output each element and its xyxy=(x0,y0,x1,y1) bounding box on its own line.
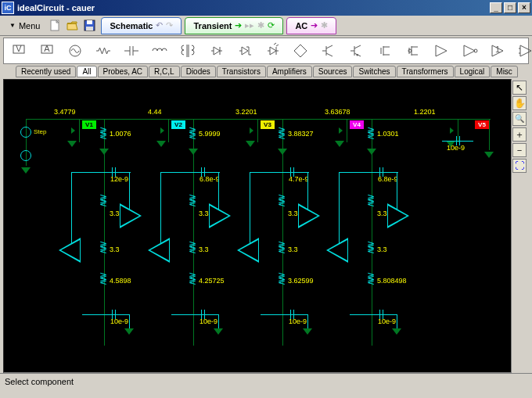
cat-transformers[interactable]: Transformers xyxy=(397,66,454,77)
cat-amplifiers[interactable]: Amplifiers xyxy=(267,66,312,77)
value: 4.44 xyxy=(148,108,162,116)
transformer-icon[interactable] xyxy=(179,42,196,59)
zener-icon[interactable] xyxy=(235,42,253,59)
probe-v1[interactable]: V1 xyxy=(82,120,96,129)
cat-sources[interactable]: Sources xyxy=(313,66,353,77)
stop-icon[interactable]: ✱ xyxy=(257,20,264,30)
comparator-icon[interactable] xyxy=(461,42,478,59)
schematic-canvas[interactable]: Step 3.4779 4.44 3.2201 3.63678 1.2201 V… xyxy=(3,79,512,373)
probe-v5[interactable]: V5 xyxy=(475,120,489,129)
nmos-icon[interactable] xyxy=(376,42,394,59)
resistor[interactable]: ≷≷ xyxy=(367,128,373,138)
pnp-icon[interactable] xyxy=(348,42,365,59)
value: 3.2201 xyxy=(235,108,257,116)
resistor[interactable]: ≷≷ xyxy=(367,195,373,205)
stop-icon[interactable]: ✱ xyxy=(321,20,328,30)
zoom-fit-icon[interactable]: ⛶ xyxy=(512,159,527,173)
tab-ac[interactable]: AC ➔ ✱ xyxy=(286,17,336,34)
value: 3.4779 xyxy=(54,108,76,116)
bridge-icon[interactable] xyxy=(292,42,309,59)
canvas-area: Step 3.4779 4.44 3.2201 3.63678 1.2201 V… xyxy=(3,79,529,373)
zoom-plus-icon[interactable]: ＋ xyxy=(512,127,527,142)
ground-icon xyxy=(367,149,376,155)
cat-transistors[interactable]: Transistors xyxy=(217,66,266,77)
diode-icon[interactable] xyxy=(207,42,225,59)
cat-logical[interactable]: Logical xyxy=(455,66,491,77)
wire xyxy=(82,314,129,315)
resistor[interactable]: ≷≷ xyxy=(99,195,106,205)
resistor[interactable]: ≷≷ xyxy=(99,242,106,252)
resistor[interactable]: ≷≷ xyxy=(278,195,284,205)
opamp-fill xyxy=(239,240,258,260)
menu-label: Menu xyxy=(19,21,41,30)
resistor[interactable]: ≷≷ xyxy=(189,242,195,252)
resistor[interactable]: ≷≷ xyxy=(99,274,106,283)
cat-diodes[interactable]: Diodes xyxy=(181,66,216,77)
maximize-button[interactable]: □ xyxy=(504,2,516,13)
step-source[interactable] xyxy=(20,127,31,138)
minimize-button[interactable]: _ xyxy=(490,2,502,13)
close-button[interactable]: × xyxy=(518,2,530,13)
capacitor-icon[interactable] xyxy=(123,42,140,59)
resistor-icon[interactable] xyxy=(95,42,112,59)
wire xyxy=(26,119,491,120)
tab-transient[interactable]: Transient ➔ ▸▸ ✱ ⟳ xyxy=(185,17,283,34)
probe-v3[interactable]: V3 xyxy=(261,120,275,129)
npn-icon[interactable] xyxy=(320,42,337,59)
svg-line-21 xyxy=(354,45,361,48)
ammeter-icon[interactable]: A xyxy=(38,42,56,59)
probe-v4[interactable]: V4 xyxy=(350,120,364,129)
zoom-in-icon[interactable]: 🔍 xyxy=(512,112,527,126)
ac-source[interactable] xyxy=(20,150,31,161)
cat-recently-used[interactable]: Recently used xyxy=(16,66,76,77)
open-icon[interactable] xyxy=(65,18,81,34)
cat-rcl[interactable]: R,C,L xyxy=(149,66,180,77)
inductor-icon[interactable] xyxy=(151,42,168,59)
voltmeter-icon[interactable]: V xyxy=(10,42,27,59)
resistor[interactable]: ≷≷ xyxy=(189,195,195,205)
ground-icon xyxy=(484,152,494,158)
pointer-icon[interactable]: ↖ xyxy=(512,81,527,95)
cat-misc[interactable]: Misc xyxy=(491,66,518,77)
zoom-minus-icon[interactable]: － xyxy=(512,143,527,157)
resistor[interactable]: ≷≷ xyxy=(367,274,373,283)
window-title: idealCircuit - cauer xyxy=(17,3,488,13)
pmos-icon[interactable] xyxy=(404,42,422,59)
resistor[interactable]: ≷≷ xyxy=(189,128,195,138)
pan-icon[interactable]: ✋ xyxy=(512,96,527,110)
resistor[interactable]: ≷≷ xyxy=(189,274,195,283)
value: 3.63678 xyxy=(325,108,350,116)
redo-icon[interactable]: ↷ xyxy=(166,20,173,30)
step-label: Step xyxy=(34,128,46,135)
value: 10e-9 xyxy=(110,317,128,325)
buffer-icon[interactable]: 1 xyxy=(489,42,506,59)
resistor[interactable]: ≷≷ xyxy=(99,128,106,138)
play-icon[interactable]: ➔ xyxy=(311,20,318,30)
new-icon[interactable] xyxy=(48,18,63,34)
svg-rect-3 xyxy=(86,27,93,30)
tab-schematic[interactable]: Schematic ↶ ↷ xyxy=(101,17,182,34)
led-icon[interactable] xyxy=(264,42,281,59)
play-icon[interactable]: ➔ xyxy=(235,20,242,30)
probe-v2[interactable]: V2 xyxy=(171,120,185,129)
cat-all[interactable]: All xyxy=(77,66,96,77)
save-icon[interactable] xyxy=(82,18,98,34)
value: 4.7e-9 xyxy=(289,175,309,183)
svg-text:A: A xyxy=(44,44,50,53)
opamp-fill xyxy=(120,206,139,226)
opamp-icon[interactable] xyxy=(433,42,450,59)
menu-button[interactable]: ▼ Menu xyxy=(3,20,46,32)
resistor[interactable]: ≷≷ xyxy=(278,242,284,252)
resistor[interactable]: ≷≷ xyxy=(278,274,284,283)
pause-icon[interactable]: ▸▸ xyxy=(245,20,254,30)
resistor[interactable]: ≷≷ xyxy=(278,128,284,138)
cat-switches[interactable]: Switches xyxy=(353,66,395,77)
value: 5.9999 xyxy=(199,130,221,138)
refresh-icon[interactable]: ⟳ xyxy=(268,20,275,30)
cat-probes-ac[interactable]: Probes, AC xyxy=(98,66,149,77)
amp-icon[interactable] xyxy=(517,42,532,59)
resistor[interactable]: ≷≷ xyxy=(367,242,373,252)
ac-source-icon[interactable] xyxy=(66,42,84,59)
right-toolbar: ↖ ✋ 🔍 ＋ － ⛶ xyxy=(512,79,529,373)
undo-icon[interactable]: ↶ xyxy=(156,20,163,30)
